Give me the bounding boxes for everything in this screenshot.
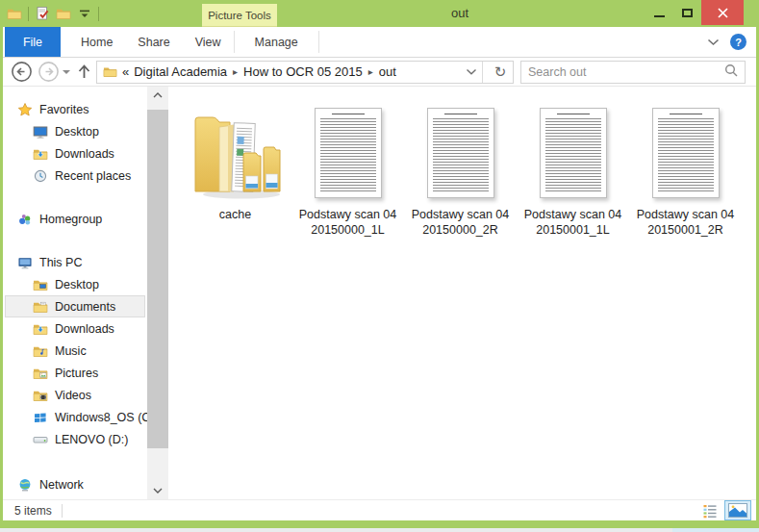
explorer-body: Favorites Desktop Downloads Recent place… (3, 87, 756, 499)
search-icon (724, 63, 738, 80)
help-button[interactable]: ? (730, 34, 746, 50)
sidebar-label: Desktop (55, 125, 99, 139)
chevron-down-icon (153, 488, 163, 494)
history-dropdown[interactable] (63, 70, 70, 74)
scrollbar-thumb[interactable] (147, 110, 168, 448)
sidebar-item-recent-places[interactable]: Recent places (3, 165, 169, 187)
sidebar-item-lenovo-drive[interactable]: LENOVO (D:) (3, 428, 169, 450)
sidebar-label: Videos (55, 389, 91, 402)
scroll-down-button[interactable] (147, 482, 168, 499)
homegroup-icon (17, 212, 33, 227)
ribbon-tab-bar: File Home Share View Manage ? (3, 27, 756, 58)
breadcrumb-overflow[interactable]: « (122, 64, 129, 79)
close-button[interactable] (701, 0, 744, 25)
forward-button[interactable] (38, 61, 60, 83)
breadcrumb-separator[interactable]: ▸ (367, 66, 374, 77)
computer-icon (17, 255, 33, 270)
sidebar-item-favorites[interactable]: Favorites (3, 98, 169, 120)
location-folder-icon[interactable] (103, 64, 117, 79)
file-item-scan[interactable]: Podstawy scan 04 20150000_1L (291, 104, 404, 239)
file-label: cache (219, 207, 251, 222)
file-item-scan[interactable]: Podstawy scan 04 20150000_2R (404, 104, 517, 239)
breadcrumb-separator[interactable]: ▸ (232, 66, 239, 77)
downloads-folder-icon (33, 321, 48, 337)
details-view-icon (702, 503, 718, 519)
breadcrumb-item[interactable]: out (379, 64, 396, 79)
sidebar-item-network[interactable]: Network (3, 473, 169, 495)
refresh-button[interactable]: ↻ (488, 63, 513, 81)
downloads-folder-icon (33, 146, 48, 162)
pictures-folder-icon (33, 366, 48, 381)
tab-home[interactable]: Home (68, 27, 125, 57)
window-title: out (421, 6, 498, 20)
navigation-pane: Favorites Desktop Downloads Recent place… (3, 87, 169, 499)
sidebar-label: Documents (55, 300, 115, 314)
sidebar-item-desktop-favorite[interactable]: Desktop (3, 120, 169, 142)
chevron-down-icon (707, 38, 720, 46)
file-label: Podstawy scan 04 20150000_1L (293, 207, 403, 239)
qat-separator (98, 7, 99, 21)
properties-icon[interactable] (35, 6, 50, 21)
chevron-down-icon (466, 68, 477, 76)
windows-drive-icon (33, 410, 48, 425)
scrollbar-track[interactable] (147, 104, 168, 482)
picture-tools-contextual-header[interactable]: Picture Tools (202, 4, 277, 27)
back-button[interactable] (11, 61, 33, 83)
maximize-button[interactable] (673, 0, 701, 25)
sidebar-item-downloads-favorite[interactable]: Downloads (3, 142, 169, 165)
sidebar-label: Recent places (55, 169, 131, 183)
tab-view[interactable]: View (183, 27, 234, 57)
file-tab[interactable]: File (5, 27, 61, 57)
sidebar-item-this-pc[interactable]: This PC (3, 251, 169, 273)
close-icon (718, 8, 728, 18)
sidebar-item-documents[interactable]: Documents (5, 295, 145, 317)
sidebar-item-downloads[interactable]: Downloads (3, 317, 169, 340)
file-item-scan[interactable]: Podstawy scan 04 20150001_2R (629, 104, 742, 239)
quick-access-toolbar (0, 6, 99, 21)
sidebar-item-desktop[interactable]: Desktop (3, 273, 169, 295)
window-controls (645, 0, 744, 25)
scroll-up-button[interactable] (147, 87, 168, 104)
tab-share[interactable]: Share (125, 27, 182, 57)
music-folder-icon (33, 343, 48, 359)
window-frame: File Home Share View Manage ? « Digital … (0, 27, 759, 528)
videos-folder-icon (33, 388, 48, 403)
network-icon (17, 477, 33, 493)
sidebar-label: LENOVO (D:) (55, 433, 128, 446)
search-input[interactable] (528, 65, 724, 79)
ribbon-collapse-button[interactable] (707, 38, 720, 46)
file-label: Podstawy scan 04 20150001_2R (631, 207, 741, 239)
sidebar-item-homegroup[interactable]: Homegroup (3, 208, 169, 230)
qat-separator (28, 7, 29, 21)
breadcrumb-item[interactable]: Digital Academia (134, 64, 227, 79)
sidebar-item-windows8-os-drive[interactable]: Windows8_OS (C: (3, 406, 169, 428)
new-folder-icon[interactable] (56, 6, 71, 21)
folder-icon (190, 105, 282, 201)
document-thumbnail (652, 108, 720, 198)
monitor-icon (33, 124, 48, 139)
address-dropdown-button[interactable] (466, 68, 477, 76)
document-thumbnail (540, 108, 607, 198)
up-button[interactable] (77, 63, 91, 80)
sidebar-label: Music (55, 344, 87, 358)
sidebar-item-pictures[interactable]: Pictures (3, 362, 169, 384)
window-folder-icon[interactable] (7, 6, 22, 21)
sidebar-label: Windows8_OS (C: (55, 411, 154, 424)
sidebar-label: Network (39, 478, 84, 492)
details-view-button[interactable] (699, 501, 721, 520)
sidebar-item-music[interactable]: Music (3, 340, 169, 362)
file-item-cache[interactable]: cache (179, 104, 291, 222)
qat-customize-icon[interactable] (77, 6, 92, 21)
explorer-window: Picture Tools out File Home Share View M… (0, 0, 759, 532)
star-icon (17, 102, 33, 117)
file-item-scan[interactable]: Podstawy scan 04 20150001_1L (517, 104, 629, 239)
breadcrumb-item[interactable]: How to OCR 05 2015 (243, 64, 363, 79)
sidebar-scrollbar[interactable] (147, 87, 168, 499)
desktop-folder-icon (33, 277, 48, 292)
search-box (520, 61, 746, 84)
large-icons-view-button[interactable] (724, 500, 751, 520)
tab-manage[interactable]: Manage (235, 27, 318, 57)
sidebar-item-videos[interactable]: Videos (3, 384, 169, 406)
desktop-sliver (0, 528, 759, 532)
minimize-button[interactable] (645, 0, 673, 25)
